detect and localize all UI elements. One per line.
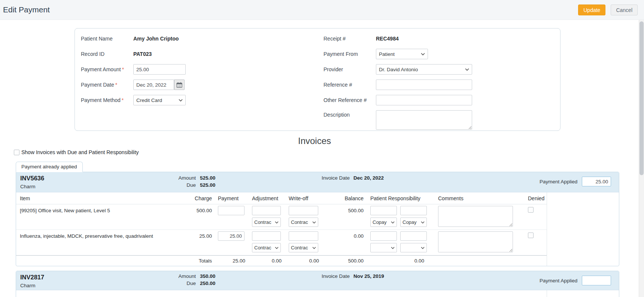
topbar-actions: Update Cancel xyxy=(578,4,638,15)
col-header-payment: Payment xyxy=(213,195,249,201)
col-header-writeoff: Write-off xyxy=(286,195,321,201)
payment-input[interactable] xyxy=(218,206,244,215)
payment-from-label: Payment From xyxy=(323,51,376,57)
patient-resp-input-2[interactable] xyxy=(400,231,427,241)
invoice-items-table: Item Charge Payment Adjustment Write-off… xyxy=(16,192,547,266)
table-row: Influenza, injectable, MDCK, preservativ… xyxy=(16,230,547,255)
patient-name-row: Patient Name Amy John Criptoo xyxy=(81,33,291,44)
chevron-down-icon xyxy=(179,99,183,102)
invoice-amount-block: Amount525.00 Due525.00 xyxy=(155,175,215,189)
amount-value: 525.00 xyxy=(200,175,215,181)
calendar-icon xyxy=(176,82,182,88)
patient-resp-input-2[interactable] xyxy=(400,206,427,215)
patient-resp-input-1[interactable] xyxy=(370,206,397,215)
comments-textarea[interactable] xyxy=(438,231,513,252)
table-header-row: Item Charge Payment Adjustment Write-off… xyxy=(16,192,547,204)
adjustment-type-select[interactable]: Contrac xyxy=(252,218,281,227)
invoice-facility: Charm xyxy=(20,283,36,288)
writeoff-input[interactable] xyxy=(289,231,318,241)
chevron-down-icon xyxy=(391,247,395,249)
payment-method-label: Payment Method* xyxy=(81,97,133,103)
receipt-number-row: Receipt # REC4984 xyxy=(323,33,548,44)
invoice-date-value: Dec 20, 2022 xyxy=(353,175,384,181)
col-header-patient-responsibility: Patient Responsibility xyxy=(364,195,429,201)
description-textarea[interactable] xyxy=(376,110,472,130)
provider-select[interactable]: Dr. David Antonio xyxy=(376,64,472,75)
invoice-date-label: Invoice Date xyxy=(322,175,350,181)
tab-payment-already-applied[interactable]: Payment already applied xyxy=(16,162,83,172)
patient-name-label: Patient Name xyxy=(81,36,133,42)
show-invoices-checkbox[interactable] xyxy=(14,150,19,155)
patient-resp-type-select-1[interactable] xyxy=(370,243,397,252)
invoice-card-inv5636: INV5636 Charm Amount525.00 Due525.00 Inv… xyxy=(16,172,619,266)
invoice-date-block: Invoice Date Dec 20, 2022 xyxy=(322,175,384,181)
amount-value: 350.00 xyxy=(200,273,215,279)
col-header-item: Item xyxy=(16,195,189,201)
update-button[interactable]: Update xyxy=(578,4,605,15)
patient-resp-type-select-2[interactable]: Copay xyxy=(400,218,427,227)
amount-label: Amount xyxy=(155,175,196,181)
payment-from-select[interactable]: Patient xyxy=(376,49,428,59)
payment-applied-label: Payment Applied xyxy=(540,278,577,284)
writeoff-type-select[interactable]: Contrac xyxy=(289,243,318,252)
writeoff-input[interactable] xyxy=(289,206,318,215)
item-name: [99205] Office visit, New patient, Level… xyxy=(16,206,189,228)
invoice-items-table xyxy=(16,290,547,297)
due-value: 250.00 xyxy=(200,280,215,286)
calendar-button[interactable] xyxy=(174,80,185,90)
col-header-balance: Balance xyxy=(321,195,364,201)
payment-date-input[interactable] xyxy=(133,80,174,90)
cancel-button[interactable]: Cancel xyxy=(611,4,638,15)
adjustment-input[interactable] xyxy=(252,206,281,215)
reference-number-label: Reference # xyxy=(323,82,376,88)
col-header-adjustment: Adjustment xyxy=(249,195,286,201)
patient-resp-type-select-2[interactable] xyxy=(400,243,427,252)
show-invoices-label: Show Invoices with Due and Patient Respo… xyxy=(21,149,139,155)
chevron-down-icon xyxy=(275,221,279,224)
invoice-header: INV2817 Charm Amount350.00 Due250.00 Inv… xyxy=(16,271,619,290)
invoice-date-value: Nov 25, 2019 xyxy=(353,273,384,279)
totals-balance: 500.00 xyxy=(321,258,364,264)
chevron-down-icon xyxy=(465,68,469,71)
chevron-down-icon xyxy=(421,247,425,249)
due-label: Due xyxy=(155,182,196,188)
form-column-right: Receipt # REC4984 Payment From Patient P… xyxy=(323,33,548,135)
payment-applied-input[interactable] xyxy=(582,276,611,285)
payment-amount-input[interactable] xyxy=(133,64,186,75)
record-id-label: Record ID xyxy=(81,51,133,57)
payment-amount-row: Payment Amount* xyxy=(81,64,291,75)
totals-payment: 25.00 xyxy=(213,258,249,264)
other-reference-row: Other Reference # xyxy=(323,95,548,105)
description-row: Description xyxy=(323,110,548,130)
invoice-date-block: Invoice Date Nov 25, 2019 xyxy=(322,273,384,279)
comments-textarea[interactable] xyxy=(438,206,513,227)
denied-checkbox[interactable] xyxy=(528,232,534,238)
adjustment-input[interactable] xyxy=(252,231,281,241)
col-header-denied: Denied xyxy=(517,195,547,201)
totals-adjustment: 0.00 xyxy=(249,258,286,264)
reference-number-row: Reference # xyxy=(323,80,548,90)
payment-method-select[interactable]: Credit Card xyxy=(133,95,186,105)
patient-resp-input-1[interactable] xyxy=(370,231,397,241)
denied-checkbox[interactable] xyxy=(528,207,534,213)
reference-number-input[interactable] xyxy=(376,80,472,90)
chevron-down-icon xyxy=(312,221,316,224)
other-reference-input[interactable] xyxy=(376,95,472,105)
adjustment-type-select[interactable]: Contrac xyxy=(252,243,281,252)
payment-applied-input[interactable] xyxy=(582,177,611,186)
writeoff-type-select[interactable]: Contrac xyxy=(289,218,318,227)
patient-resp-type-select-1[interactable]: Copay xyxy=(370,218,397,227)
payment-date-label: Payment Date* xyxy=(81,82,133,88)
payment-applied-block: Payment Applied xyxy=(540,177,611,186)
balance-value: 500.00 xyxy=(321,206,364,228)
chevron-down-icon xyxy=(391,221,395,224)
scrollbar-thumb[interactable] xyxy=(640,21,644,175)
invoice-date-label: Invoice Date xyxy=(322,273,350,279)
required-marker: * xyxy=(122,97,124,103)
other-reference-label: Other Reference # xyxy=(323,97,376,103)
due-label: Due xyxy=(155,280,196,286)
required-marker: * xyxy=(115,82,117,88)
payment-from-row: Payment From Patient xyxy=(323,49,548,59)
payment-input[interactable] xyxy=(218,231,244,241)
invoice-id: INV2817 xyxy=(20,274,44,281)
